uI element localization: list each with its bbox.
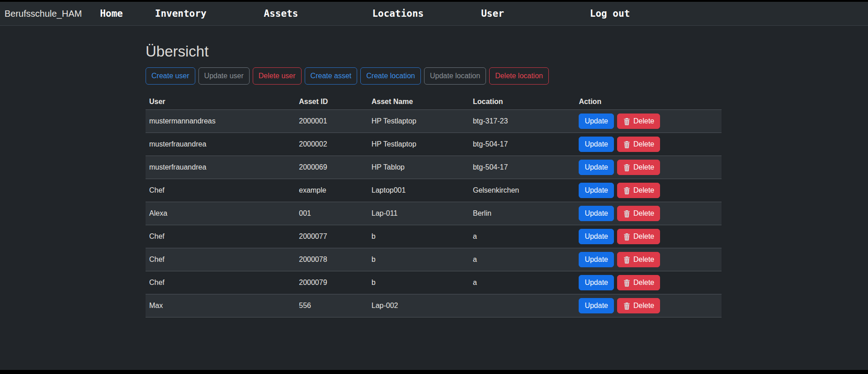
delete-button-label: Delete	[633, 231, 654, 242]
cell-user: mustermannandreas	[146, 110, 295, 133]
cell-asset-name: b	[368, 248, 469, 271]
cell-asset-name: b	[368, 271, 469, 294]
table-body: mustermannandreas 2000001 HP Testlaptop …	[146, 110, 722, 317]
cell-user: Max	[146, 294, 295, 317]
cell-asset-name: Laptop001	[368, 179, 469, 202]
cell-asset-name: HP Tablop	[368, 156, 469, 179]
cell-asset-id: 2000077	[295, 225, 368, 248]
navbar-brand[interactable]: Berufsschule_HAM	[5, 9, 82, 19]
nav-links: Home Inventory Assets Locations User Log…	[82, 8, 630, 19]
cell-location: a	[469, 248, 575, 271]
cell-action: Update Delete	[575, 156, 722, 179]
header-asset-id: Asset ID	[295, 94, 368, 110]
delete-button-label: Delete	[633, 277, 654, 288]
delete-button-label: Delete	[633, 208, 654, 219]
table-row: Max 556 Lap-002 Update Delete	[146, 294, 722, 317]
cell-user: musterfrauandrea	[146, 156, 295, 179]
header-action: Action	[575, 94, 722, 110]
trash-icon	[623, 256, 631, 264]
delete-location-button[interactable]: Delete location	[489, 67, 549, 85]
delete-button-label: Delete	[633, 162, 654, 173]
table-header-row: User Asset ID Asset Name Location Action	[146, 94, 722, 110]
cell-asset-id: 2000069	[295, 156, 368, 179]
cell-asset-id: 2000078	[295, 248, 368, 271]
nav-inventory[interactable]: Inventory	[155, 8, 207, 19]
nav-home[interactable]: Home	[100, 8, 123, 19]
delete-button-label: Delete	[633, 254, 654, 265]
update-user-button[interactable]: Update user	[198, 67, 250, 85]
update-button[interactable]: Update	[579, 252, 614, 267]
cell-location	[469, 294, 575, 317]
delete-button[interactable]: Delete	[617, 114, 660, 129]
header-user: User	[146, 94, 295, 110]
table-row: musterfrauandrea 2000002 HP Testlaptop b…	[146, 133, 722, 156]
cell-user: Chef	[146, 271, 295, 294]
nav-assets[interactable]: Assets	[264, 8, 298, 19]
header-asset-name: Asset Name	[368, 94, 469, 110]
delete-button[interactable]: Delete	[617, 206, 660, 221]
delete-button[interactable]: Delete	[617, 298, 660, 313]
cell-asset-id: 556	[295, 294, 368, 317]
nav-user[interactable]: User	[481, 8, 504, 19]
cell-asset-id: example	[295, 179, 368, 202]
cell-asset-name: Lap-002	[368, 294, 469, 317]
cell-location: btg-504-17	[469, 156, 575, 179]
table-row: Chef example Laptop001 Gelsenkirchen Upd…	[146, 179, 722, 202]
update-button[interactable]: Update	[579, 137, 614, 152]
delete-user-button[interactable]: Delete user	[253, 67, 302, 85]
delete-button[interactable]: Delete	[617, 160, 660, 175]
table-row: musterfrauandrea 2000069 HP Tablop btg-5…	[146, 156, 722, 179]
create-user-button[interactable]: Create user	[146, 67, 195, 85]
cell-asset-name: b	[368, 225, 469, 248]
table-row: Chef 2000079 b a Update Delete	[146, 271, 722, 294]
delete-button[interactable]: Delete	[617, 183, 660, 198]
cell-location: a	[469, 271, 575, 294]
table-row: Chef 2000078 b a Update Delete	[146, 248, 722, 271]
table-row: Alexa 001 Lap-011 Berlin Update Delete	[146, 202, 722, 225]
update-button[interactable]: Update	[579, 160, 614, 175]
trash-icon	[623, 210, 631, 218]
nav-logout[interactable]: Log out	[590, 8, 630, 19]
update-button[interactable]: Update	[579, 275, 614, 290]
update-button[interactable]: Update	[579, 298, 614, 313]
cell-user: Alexa	[146, 202, 295, 225]
delete-button[interactable]: Delete	[617, 137, 660, 152]
delete-button[interactable]: Delete	[617, 252, 660, 267]
cell-action: Update Delete	[575, 110, 722, 133]
nav-locations[interactable]: Locations	[372, 8, 424, 19]
cell-location: Berlin	[469, 202, 575, 225]
update-button[interactable]: Update	[579, 183, 614, 198]
assets-table: User Asset ID Asset Name Location Action…	[146, 94, 722, 317]
update-button[interactable]: Update	[579, 229, 614, 244]
create-location-button[interactable]: Create location	[360, 67, 421, 85]
delete-button[interactable]: Delete	[617, 229, 660, 244]
cell-asset-id: 001	[295, 202, 368, 225]
cell-user: Chef	[146, 248, 295, 271]
toolbar: Create user Update user Delete user Crea…	[146, 67, 868, 85]
update-button[interactable]: Update	[579, 206, 614, 221]
main-content: Übersicht Create user Update user Delete…	[0, 26, 868, 370]
cell-location: a	[469, 225, 575, 248]
table-row: Chef 2000077 b a Update Delete	[146, 225, 722, 248]
update-button[interactable]: Update	[579, 114, 614, 129]
top-navbar: Berufsschule_HAM Home Inventory Assets L…	[0, 2, 868, 26]
trash-icon	[623, 233, 631, 241]
cell-action: Update Delete	[575, 225, 722, 248]
trash-icon	[623, 141, 631, 148]
cell-action: Update Delete	[575, 294, 722, 317]
cell-location: Gelsenkirchen	[469, 179, 575, 202]
cell-action: Update Delete	[575, 271, 722, 294]
cell-asset-id: 2000079	[295, 271, 368, 294]
cell-asset-id: 2000002	[295, 133, 368, 156]
create-asset-button[interactable]: Create asset	[305, 67, 358, 85]
delete-button[interactable]: Delete	[617, 275, 660, 290]
trash-icon	[623, 302, 631, 310]
update-location-button[interactable]: Update location	[424, 67, 486, 85]
trash-icon	[623, 164, 631, 171]
cell-asset-id: 2000001	[295, 110, 368, 133]
page-title: Übersicht	[146, 43, 868, 60]
header-location: Location	[469, 94, 575, 110]
cell-location: btg-504-17	[469, 133, 575, 156]
cell-user: Chef	[146, 225, 295, 248]
cell-asset-name: Lap-011	[368, 202, 469, 225]
